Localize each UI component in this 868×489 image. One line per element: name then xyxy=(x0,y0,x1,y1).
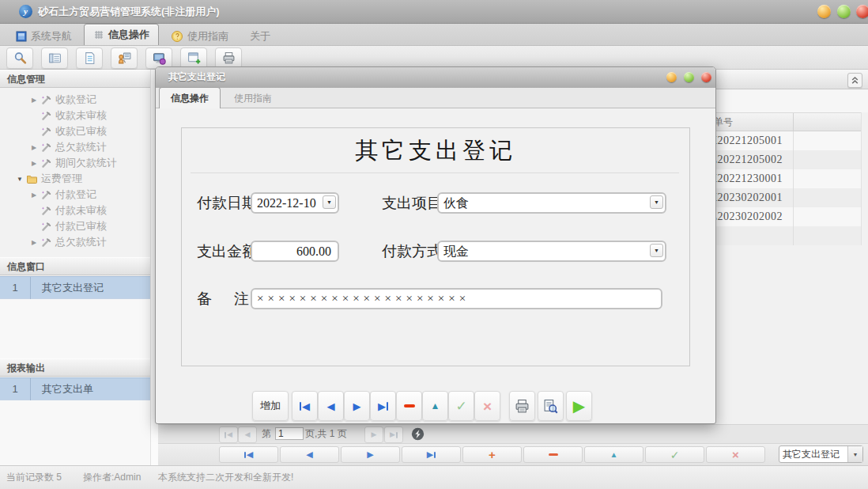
tree-item[interactable]: 收款已审核 xyxy=(0,123,150,139)
chevron-down-icon[interactable]: ▼ xyxy=(16,176,24,183)
pay-date-combo[interactable]: 2022-12-10 ▼ xyxy=(251,192,339,214)
tree-item[interactable]: 付款未审核 xyxy=(0,203,150,218)
close-button[interactable] xyxy=(856,5,868,18)
next-page-button[interactable]: ▶ xyxy=(364,426,383,443)
status-record-count: 当前记录数 5 xyxy=(6,466,62,488)
add-button[interactable]: 增加 xyxy=(252,391,289,421)
app-logo-icon: y xyxy=(19,5,32,18)
tree-item[interactable]: ▼运费管理 xyxy=(0,171,150,187)
monitor-button[interactable] xyxy=(145,47,172,69)
sidebar-section-info-window[interactable]: 信息窗口 xyxy=(0,257,150,275)
chevron-right-icon[interactable]: ▶ xyxy=(30,191,38,199)
tab-user-guide[interactable]: 使用指南 xyxy=(161,26,238,45)
prev-button[interactable]: ◀ xyxy=(280,446,339,463)
first-button[interactable]: ◀ xyxy=(219,446,278,463)
add-button[interactable]: + xyxy=(462,446,522,463)
tree-item-label: 付款已审核 xyxy=(55,219,107,233)
preview-button[interactable] xyxy=(538,391,564,421)
dialog-tab-user-guide[interactable]: 使用指南 xyxy=(222,88,284,108)
last-icon: ▶ xyxy=(378,401,388,411)
next-button[interactable]: ▶ xyxy=(341,446,400,463)
maximize-button[interactable] xyxy=(837,5,851,18)
remark-input[interactable]: ×××××××××××××××××××× xyxy=(251,288,662,309)
tree-item[interactable]: ▶付款登记 xyxy=(0,187,150,203)
next-button[interactable]: ▶ xyxy=(344,391,370,421)
operator-button[interactable] xyxy=(111,47,138,69)
run-button[interactable]: ▶ xyxy=(566,391,592,421)
edit-button[interactable]: ▲ xyxy=(584,446,643,463)
tree-item[interactable]: ▶总欠款统计 xyxy=(0,234,150,250)
operator-icon xyxy=(118,51,131,65)
delete-button[interactable] xyxy=(523,446,583,463)
amount-input[interactable]: 600.00 xyxy=(251,241,339,262)
last-button[interactable]: ▶ xyxy=(402,446,461,463)
sidebar-section-info-management[interactable]: 信息管理 xyxy=(0,70,150,88)
pay-date-label: 付款日期 xyxy=(197,192,257,214)
pay-method-combo[interactable]: 现金 ▼ xyxy=(437,241,666,262)
refresh-button[interactable] xyxy=(411,427,425,441)
document-button[interactable] xyxy=(76,47,103,69)
chevron-down-icon[interactable]: ▼ xyxy=(650,244,663,257)
delete-button[interactable] xyxy=(396,391,422,421)
report-output-item[interactable]: 1其它支出单 xyxy=(0,377,150,400)
prev-button[interactable]: ◀ xyxy=(318,391,344,421)
cancel-icon: × xyxy=(483,399,492,414)
tree-item[interactable]: 收款未审核 xyxy=(0,108,150,123)
empty-cell xyxy=(793,131,861,150)
tree-item[interactable]: ▶总欠款统计 xyxy=(0,139,150,155)
chevron-right-icon[interactable]: ▶ xyxy=(30,160,38,167)
dialog-close-button[interactable] xyxy=(701,72,711,82)
chevron-down-icon[interactable]: ▼ xyxy=(650,195,663,209)
first-icon: ◀ xyxy=(300,401,310,411)
dialog-minimize-button[interactable] xyxy=(666,72,677,82)
tool-icon xyxy=(40,222,52,232)
run-icon: ▶ xyxy=(573,398,585,414)
first-button[interactable]: ◀ xyxy=(292,391,318,421)
dialog-tab-info-operation[interactable]: 信息操作 xyxy=(159,87,221,108)
chevron-right-icon[interactable]: ▶ xyxy=(30,97,38,104)
confirm-button[interactable]: ✓ xyxy=(448,391,474,421)
first-page-button[interactable]: ◀ xyxy=(219,426,238,443)
confirm-button[interactable]: ✓ xyxy=(645,446,704,463)
cancel-button[interactable]: × xyxy=(706,446,765,463)
list-button[interactable] xyxy=(41,47,68,69)
window-selector-dropdown[interactable]: 其它支出登记 ▼ xyxy=(779,445,863,463)
prev-page-button[interactable]: ◀ xyxy=(238,426,257,443)
chevron-down-icon[interactable]: ▼ xyxy=(323,195,336,209)
preview-icon xyxy=(543,399,558,414)
tree-item-label: 付款未审核 xyxy=(55,203,107,218)
sidebar-section-report-output[interactable]: 报表输出 xyxy=(0,358,150,377)
chevron-collapse-icon xyxy=(851,76,859,85)
page-label-before: 第 xyxy=(262,425,271,443)
print-button[interactable] xyxy=(509,391,535,421)
tab-system-nav-label: 系统导航 xyxy=(31,29,72,44)
tab-about[interactable]: 关于 xyxy=(240,26,280,45)
chevron-right-icon[interactable]: ▶ xyxy=(30,239,38,246)
last-page-button[interactable]: ▶ xyxy=(384,426,403,443)
printer-button[interactable] xyxy=(215,47,242,69)
app-window: { "titlebar": { "logo_letter": "y", "tit… xyxy=(0,0,868,489)
tab-system-nav[interactable]: 系统导航 xyxy=(6,26,81,45)
tree-item[interactable]: 付款已审核 xyxy=(0,218,150,234)
tree-item[interactable]: ▶期间欠款统计 xyxy=(0,155,150,171)
minimize-button[interactable] xyxy=(817,5,831,18)
grid-column-header-empty xyxy=(793,113,861,131)
expense-item-combo[interactable]: 伙食 ▼ xyxy=(437,192,666,214)
printer-icon xyxy=(222,51,236,65)
dialog-maximize-button[interactable] xyxy=(684,72,694,82)
edit-button[interactable]: ▲ xyxy=(422,391,448,421)
last-button[interactable]: ▶ xyxy=(370,391,396,421)
tree-item-label: 收款未审核 xyxy=(55,108,107,123)
collapse-panel-button[interactable] xyxy=(847,73,862,88)
pagination-bar: 第 页,共 1 页 ◀◀▶▶ xyxy=(158,424,868,443)
empty-cell xyxy=(793,150,861,169)
remark-label: 备 注 xyxy=(197,288,249,310)
window-add-button[interactable] xyxy=(180,47,207,69)
tree-item[interactable]: ▶收款登记 xyxy=(0,92,150,108)
search-button[interactable] xyxy=(6,47,33,69)
info-window-item[interactable]: 1其它支出登记 xyxy=(0,276,150,299)
cancel-button[interactable]: × xyxy=(474,391,500,421)
tab-info-operation[interactable]: 信息操作 xyxy=(84,24,159,45)
page-number-input[interactable] xyxy=(275,427,304,440)
chevron-right-icon[interactable]: ▶ xyxy=(30,144,38,151)
